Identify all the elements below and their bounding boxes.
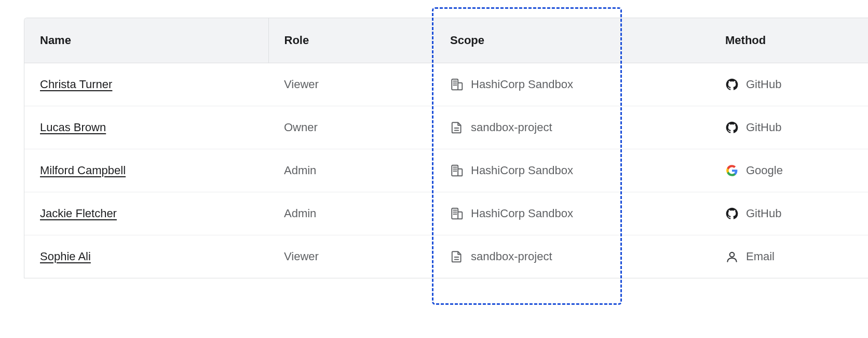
table-row: Milford Campbell Admin HashiCorp Sandbox… [24, 149, 868, 192]
column-header-role[interactable]: Role [268, 18, 435, 63]
cell-scope: HashiCorp Sandbox [435, 192, 710, 235]
role-text: Admin [284, 207, 316, 220]
table-row: Sophie Ali Viewer sandbox-project Email [24, 235, 868, 278]
cell-method: GitHub [710, 63, 868, 106]
role-text: Admin [284, 164, 316, 177]
role-text: Owner [284, 121, 318, 134]
cell-name: Sophie Ali [24, 235, 268, 278]
user-name-link[interactable]: Sophie Ali [40, 250, 91, 263]
cell-name: Milford Campbell [24, 149, 268, 192]
google-icon [725, 164, 739, 177]
role-text: Viewer [284, 78, 319, 91]
scope-text: HashiCorp Sandbox [471, 78, 573, 91]
organization-icon [450, 207, 464, 220]
user-name-link[interactable]: Milford Campbell [40, 164, 126, 177]
method-text: GitHub [746, 207, 781, 220]
column-header-method[interactable]: Method [710, 18, 868, 63]
method-text: Email [746, 250, 775, 263]
method-text: GitHub [746, 121, 781, 134]
github-icon [725, 121, 739, 134]
column-header-scope[interactable]: Scope [435, 18, 710, 63]
cell-name: Lucas Brown [24, 106, 268, 149]
table-header-row: Name Role Scope Method [24, 18, 868, 63]
cell-role: Viewer [268, 63, 435, 106]
cell-scope: HashiCorp Sandbox [435, 149, 710, 192]
column-header-name[interactable]: Name [24, 18, 268, 63]
github-icon [725, 78, 739, 91]
cell-role: Viewer [268, 235, 435, 278]
table-row: Jackie Fletcher Admin HashiCorp Sandbox … [24, 192, 868, 235]
cell-role: Admin [268, 192, 435, 235]
organization-icon [450, 164, 464, 177]
cell-method: GitHub [710, 106, 868, 149]
user-name-link[interactable]: Christa Turner [40, 78, 112, 91]
scope-text: HashiCorp Sandbox [471, 207, 573, 220]
project-icon [450, 250, 464, 263]
scope-text: sandbox-project [471, 121, 552, 134]
cell-method: GitHub [710, 192, 868, 235]
user-icon [725, 250, 739, 263]
cell-scope: sandbox-project [435, 106, 710, 149]
table-row: Lucas Brown Owner sandbox-project GitHub [24, 106, 868, 149]
cell-name: Christa Turner [24, 63, 268, 106]
cell-role: Owner [268, 106, 435, 149]
table-row: Christa Turner Viewer HashiCorp Sandbox … [24, 63, 868, 106]
cell-method: Google [710, 149, 868, 192]
method-text: GitHub [746, 78, 781, 91]
method-text: Google [746, 164, 783, 177]
scope-text: HashiCorp Sandbox [471, 164, 573, 177]
user-name-link[interactable]: Jackie Fletcher [40, 207, 117, 220]
cell-role: Admin [268, 149, 435, 192]
users-table-container: Name Role Scope Method Christa Turner Vi… [24, 18, 868, 278]
user-name-link[interactable]: Lucas Brown [40, 121, 106, 134]
cell-name: Jackie Fletcher [24, 192, 268, 235]
cell-scope: HashiCorp Sandbox [435, 63, 710, 106]
cell-method: Email [710, 235, 868, 278]
project-icon [450, 121, 464, 134]
cell-scope: sandbox-project [435, 235, 710, 278]
github-icon [725, 207, 739, 220]
users-table: Name Role Scope Method Christa Turner Vi… [24, 18, 868, 278]
role-text: Viewer [284, 250, 319, 263]
organization-icon [450, 78, 464, 91]
scope-text: sandbox-project [471, 250, 552, 263]
